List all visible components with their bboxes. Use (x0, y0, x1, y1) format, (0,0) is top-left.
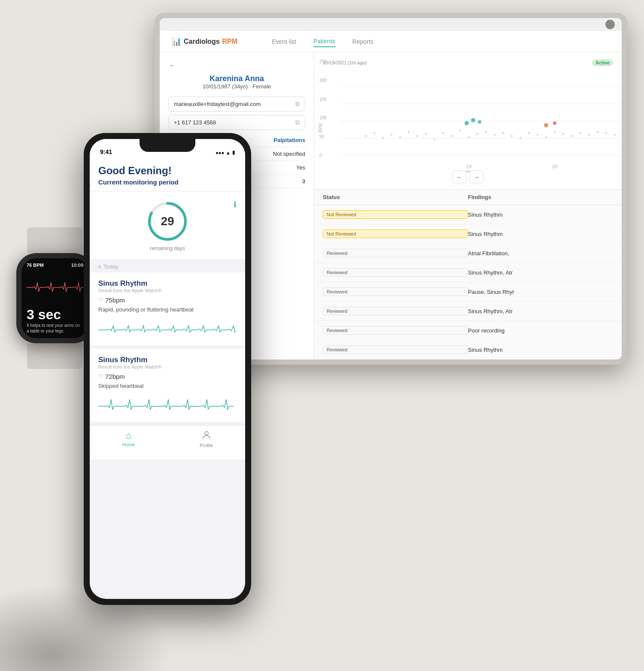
chart-navigation: ← → (453, 170, 483, 184)
user-avatar[interactable] (605, 20, 615, 29)
status-badge-reviewed: Reviewed (323, 307, 468, 315)
iphone-tabbar: ⌂ Home Profile (90, 425, 245, 459)
finding-text: Atrial Fibrillation, (468, 250, 613, 257)
svg-point-31 (588, 134, 590, 136)
svg-point-13 (434, 139, 435, 140)
remaining-label: remaining days (150, 245, 185, 251)
today-section-label: Today (90, 259, 245, 272)
event-row[interactable]: Reviewed Sinus Rhythm (314, 340, 622, 360)
svg-point-18 (477, 133, 478, 135)
patient-status-row: 10/19/2021 (1m ago) Active (323, 59, 613, 66)
home-icon: ⌂ (126, 430, 131, 441)
nav-reports[interactable]: Reports (352, 36, 374, 47)
svg-point-26 (545, 136, 547, 138)
svg-point-14 (442, 132, 444, 134)
indication-value: Palpitations (273, 137, 305, 143)
chart-y-labels: 250 200 150 100 50 0 (319, 59, 327, 158)
status-badge-reviewed: Reviewed (323, 249, 468, 257)
col-findings-header: Findings (468, 194, 613, 200)
watch-band-bottom (27, 343, 83, 369)
svg-point-23 (519, 137, 521, 139)
profile-svg-icon (202, 430, 211, 439)
svg-point-25 (537, 134, 538, 136)
nav-patients[interactable]: Patients (313, 36, 335, 47)
svg-point-8 (391, 134, 392, 136)
status-badge-reviewed: Reviewed (323, 345, 468, 354)
svg-point-19 (485, 131, 487, 133)
svg-point-16 (459, 130, 461, 131)
events-list-area: Status Findings Not Reviewed Sinus Rhyth… (314, 190, 622, 360)
svg-point-34 (614, 134, 616, 136)
reading-desc-2: Skipped heartbeat (98, 383, 237, 389)
svg-point-6 (374, 132, 375, 134)
svg-point-36 (465, 121, 469, 125)
greeting-text: Good Evening! (98, 165, 237, 177)
watch-ecg-display (27, 268, 83, 307)
logo-rpm: RPM (222, 38, 238, 45)
reading-source-2: Result from the Apple Watch® (98, 364, 237, 369)
tab-home[interactable]: ⌂ Home (90, 430, 167, 447)
reading-bpm-1: ♡ 75bpm (98, 296, 237, 304)
iphone-notch (140, 139, 195, 152)
chart-next-button[interactable]: → (470, 170, 483, 184)
finding-text: Poor recording (468, 327, 613, 334)
battery-icon: ▮ (232, 150, 235, 155)
col-status-header: Status (323, 194, 468, 200)
info-icon[interactable]: ℹ (234, 200, 237, 209)
watch-seconds: 3 sec (27, 307, 83, 323)
cha2ds2-value: 3 (302, 178, 305, 184)
finding-text: Sinus Rhythm, Atr (468, 308, 613, 314)
svg-point-9 (399, 136, 401, 138)
copy-phone-icon[interactable]: ⧉ (295, 119, 300, 126)
iphone-device: 9:41 ●●● ▲ ▮ Good Evening! Current monit… (84, 133, 251, 605)
wifi-icon: ▲ (226, 150, 231, 155)
back-button[interactable]: ← (168, 61, 305, 70)
event-row[interactable]: Reviewed Sinus Rhythm, Atr (314, 263, 622, 282)
reading-title-2: Sinus Rhythm (98, 356, 237, 364)
nav-event-list[interactable]: Event list (272, 36, 296, 47)
home-tab-label: Home (122, 442, 135, 447)
status-badge-not-reviewed: Not Reviewed (323, 230, 468, 238)
watch-time-display: 10:09 (71, 263, 83, 268)
heart-icon-1: ♡ (98, 297, 103, 303)
reading-card-2[interactable]: Sinus Rhythm Result from the Apple Watch… (90, 349, 245, 422)
svg-point-20 (494, 134, 495, 136)
status-badge-reviewed: Reviewed (323, 326, 468, 335)
tablet-nav: 📊 Cardiologs RPM Event list Patients Rep… (160, 31, 622, 52)
tablet-topbar (160, 18, 622, 31)
svg-point-15 (451, 135, 453, 137)
watch-band-top (27, 227, 83, 253)
svg-point-32 (597, 131, 598, 133)
reading-card-1[interactable]: Sinus Rhythm Result from the Apple Watch… (90, 272, 245, 345)
chart-svg-container: 19 November 20 (340, 70, 613, 174)
bpm-value-2: 72bpm (105, 373, 125, 380)
logo-icon: 📊 (172, 37, 181, 46)
signal-icon: ●●● (216, 150, 224, 155)
svg-point-24 (528, 132, 530, 134)
finding-text: Sinus Rhythm, Atr (468, 269, 613, 276)
tab-profile[interactable]: Profile (167, 430, 245, 448)
svg-point-10 (408, 131, 410, 133)
phone-text: +1 617 123 4568 (174, 119, 216, 126)
anticoagulated-value: Yes (296, 164, 305, 171)
bpm-value-1: 75bpm (105, 296, 125, 304)
copy-email-icon[interactable]: ⧉ (295, 100, 300, 108)
event-row[interactable]: Reviewed Atrial Fibrillation, (314, 244, 622, 263)
ecg-svg-2 (98, 393, 236, 415)
chart-prev-button[interactable]: ← (453, 170, 466, 184)
monitoring-period-label: Current monitoring period (98, 178, 237, 186)
status-time: 9:41 (100, 148, 112, 155)
event-row[interactable]: Reviewed Sinus Rhythm, Atr (314, 302, 622, 321)
days-circle: 29 (146, 200, 189, 243)
reading-desc-1: Rapid, pounding or fluttering heartbeat (98, 306, 237, 313)
event-row[interactable]: Not Reviewed Sinus Rhythm (314, 224, 622, 244)
ecg-chart-svg: 19 November 20 (340, 70, 622, 172)
today-text: Today (103, 263, 118, 270)
event-row[interactable]: Not Reviewed Sinus Rhythm (314, 205, 622, 224)
finding-text: Sinus Rhythm (468, 231, 613, 237)
svg-point-17 (468, 136, 470, 138)
event-row[interactable]: Reviewed Poor recording (314, 321, 622, 340)
svg-point-38 (478, 120, 481, 124)
svg-text:19: 19 (466, 164, 471, 169)
event-row[interactable]: Reviewed Pause, Sinus Rhyt (314, 282, 622, 302)
